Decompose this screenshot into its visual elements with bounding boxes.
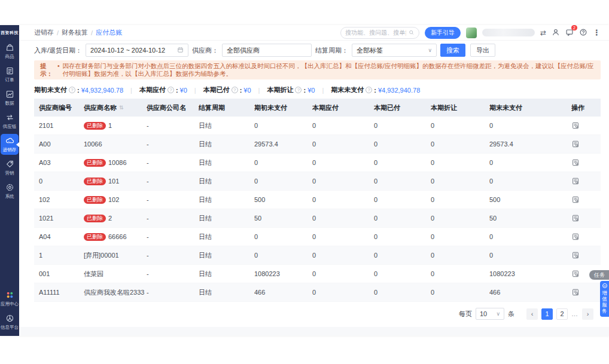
deleted-badge: 已删除 [84,233,106,241]
table-row[interactable]: A03 已删除10086 - 日结 0 0 0 0 0 [34,154,601,172]
detail-icon[interactable] [571,140,580,148]
help-circle-icon[interactable]: ? [168,87,174,93]
column-header[interactable]: 结算周期⇅ [199,103,254,112]
sidebar-item-marketing[interactable]: 营销 [1,157,19,178]
column-header[interactable]: 期末未支付⇅ [489,103,571,112]
sidebar-item-label: 应用中心 [1,301,19,307]
deleted-badge: 已删除 [84,196,106,204]
sidebar-item-app-center[interactable]: 应用中心 [1,288,19,309]
page-buttons: 1 2 [541,308,568,320]
period-filter-label: 结算周期： [315,46,348,55]
cell-company-name: - [147,196,199,203]
column-header[interactable]: 供应商公司名⇅ [147,103,199,112]
summary-colon: : [240,87,242,94]
avatar[interactable] [466,27,477,38]
cell-period: 日结 [199,195,254,204]
table-row[interactable]: A00 已删除10066 - 日结 29573.4 0 0 0 29573.4 [34,135,601,154]
period-select[interactable]: 全部标签 ∨ [352,44,437,57]
global-search-input[interactable] [345,29,406,36]
table-row[interactable]: A04 已删除66666 - 日结 0 0 0 0 0 [34,228,601,246]
cell-supplier-code: A00 [34,140,84,148]
page-number-button[interactable]: 2 [556,308,568,320]
table-row[interactable]: 2101 已删除1 - 日结 0 0 0 0 0 [34,117,601,135]
table-row[interactable]: 102 已删除102 - 日结 500 0 0 0 500 [34,191,601,209]
sidebar-item-inventory[interactable]: 进销存 [1,134,19,155]
column-header[interactable]: 操作⇅ [571,103,601,112]
global-search[interactable] [340,27,419,39]
breadcrumb-finance[interactable]: 财务核算 [62,28,88,37]
detail-icon[interactable] [571,214,580,222]
app-center-icon [5,290,14,299]
cell-supplier-name: 已删除佳菜园 [84,270,147,279]
breadcrumb-payable-ledger[interactable]: 应付总账 [96,28,122,37]
summary-divider: | [322,87,324,94]
screen: 西资科技 商品 订单 数据 供应链 进销存 [0,0,609,364]
column-header[interactable]: 本期折让⇅ [431,103,489,112]
search-button[interactable]: 搜索 [440,44,465,57]
detail-icon[interactable] [571,233,580,241]
sidebar-item-supply-chain[interactable]: 供应链 [1,111,19,131]
cell-opening-unpaid: 0 [254,233,312,240]
sidebar-item-orders[interactable]: 订单 [1,64,19,85]
top-bar: 进销存 / 财务核算 / 应付总账 新手引导 ⇄ [19,25,609,41]
cell-company-name: - [147,270,199,277]
column-header[interactable]: 供应商名称⇅ [84,103,147,112]
help-circle-icon[interactable]: ? [69,87,75,93]
column-header[interactable]: 期初未支付⇅ [254,103,312,112]
detail-icon[interactable] [571,121,580,130]
cell-opening-unpaid: 466 [254,289,312,296]
detail-icon[interactable] [571,195,580,204]
order-icon [5,66,14,75]
cell-discount: 0 [431,159,489,166]
cell-supplier-code: 001 [34,270,84,277]
detail-icon[interactable] [571,177,580,185]
swap-account-icon[interactable]: ⇄ [540,29,546,36]
sidebar-item-data[interactable]: 数据 [1,87,19,108]
detail-icon[interactable] [571,158,580,167]
table-row[interactable]: 1021 已删除2 - 日结 50 0 0 0 50 [34,209,601,228]
sidebar-item-info-platform[interactable]: 信息平台 [1,311,19,332]
cell-supplier-code: 1 [34,252,84,259]
cell-company-name: - [147,252,199,259]
info-platform-icon [5,314,14,323]
help-circle-icon[interactable]: ? [366,87,372,93]
table-row[interactable]: 001 已删除佳菜园 - 日结 1080223 0 0 0 1080223 [34,265,601,283]
sidebar-item-label: 订单 [5,77,14,82]
sort-icon[interactable]: ⇅ [119,105,124,111]
column-header[interactable]: 本期已付⇅ [374,103,431,112]
date-range-input[interactable]: 2024-10-12 ~ 2024-10-12 [86,44,188,57]
task-float-button[interactable]: 任务 [589,270,609,280]
sidebar-item-goods[interactable]: 商品 [1,41,19,62]
sidebar-item-system[interactable]: 系统 [1,181,19,201]
help-circle-icon[interactable]: ? [232,87,238,93]
more-menu-icon[interactable]: ⋮ [593,29,601,36]
per-page-select[interactable]: 10 ∨ [476,308,504,320]
table-row[interactable]: A11111 已删除供应商我改名啦2333 - 日结 466 0 0 0 466 [34,283,601,302]
page-number-button[interactable]: 1 [541,308,553,320]
table-row[interactable]: 0 已删除101 - 日结 0 0 0 0 0 [34,172,601,191]
contact-admin-icon[interactable] [552,28,560,38]
cell-closing-unpaid: 466 [489,289,571,296]
sidebar-item-label: 数据 [5,100,14,106]
supplier-input[interactable]: 全部供应商 [222,44,312,57]
column-header[interactable]: 供应商编号⇅ [34,103,84,112]
cell-period: 日结 [199,158,254,167]
cell-closing-unpaid: 0 [489,252,571,259]
breadcrumb-inventory[interactable]: 进销存 [34,28,54,37]
detail-icon[interactable] [571,288,580,296]
detail-icon[interactable] [571,270,580,278]
summary-item: 期初未支付 ? : ¥4,932,940.78 | [34,85,139,94]
newbie-guide-button[interactable]: 新手引导 [425,27,461,39]
export-button[interactable]: 导出 [470,44,495,57]
detail-icon[interactable] [571,251,580,259]
cell-supplier-name: 已删除101 [84,178,147,185]
column-header[interactable]: 本期应付⇅ [312,103,374,112]
value-added-service-tab[interactable]: 增值服务 [600,281,609,317]
next-page-button[interactable]: › [582,308,593,320]
help-icon[interactable] [579,28,587,38]
message-icon[interactable]: 2 [565,28,574,38]
table-row[interactable]: 1 已删除[弃用]00001 - 日结 0 0 0 0 0 [34,246,601,265]
summary-colon: : [303,87,306,94]
help-circle-icon[interactable]: ? [295,87,302,93]
prev-page-button[interactable]: ‹ [526,308,538,320]
